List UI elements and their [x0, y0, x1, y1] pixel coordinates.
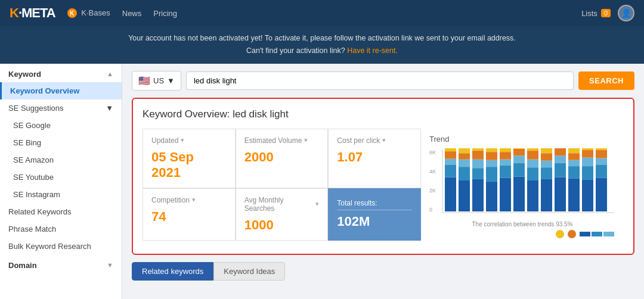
metric-competition-label: Competition ▾	[151, 196, 227, 204]
svg-rect-47	[555, 163, 566, 177]
search-button[interactable]: SEARCH	[578, 71, 634, 90]
sidebar-item-related-keywords[interactable]: Related Keywords	[0, 203, 122, 220]
svg-rect-23	[486, 160, 497, 166]
metric-updated-value: 05 Sep 2021	[151, 150, 227, 180]
svg-rect-22	[486, 167, 497, 182]
svg-rect-36	[527, 180, 538, 211]
trend-legend	[429, 230, 615, 238]
nav-links: K K·Bases News Pricing	[67, 8, 177, 18]
svg-text:4K: 4K	[429, 169, 436, 175]
svg-rect-21	[486, 182, 497, 211]
user-avatar[interactable]: 👤	[618, 5, 634, 21]
svg-rect-31	[513, 176, 525, 211]
svg-rect-52	[568, 166, 580, 179]
search-bar: 🇺🇸 US ▼ SEARCH	[132, 71, 634, 91]
svg-rect-37	[527, 167, 538, 180]
svg-rect-15	[459, 148, 470, 153]
metric-competition: Competition ▾ 74	[143, 188, 236, 241]
svg-rect-8	[445, 158, 456, 164]
info-icon-volume: ▾	[304, 136, 308, 144]
chevron-down-icon-country: ▼	[167, 76, 175, 85]
country-select[interactable]: 🇺🇸 US ▼	[132, 71, 181, 91]
sidebar-item-se-bing[interactable]: SE Bing	[0, 134, 122, 151]
domain-section-header: Domain ▼	[0, 255, 122, 273]
nav-news[interactable]: News	[122, 9, 142, 18]
total-results-label: Total results:	[337, 199, 412, 210]
svg-rect-41	[541, 179, 552, 211]
svg-rect-59	[582, 150, 593, 157]
metric-monthly-value: 1000	[244, 217, 320, 233]
total-results-cell: Total results: 102M	[328, 188, 421, 241]
sidebar-item-se-suggestions[interactable]: SE Suggestions ▼	[0, 99, 122, 117]
svg-rect-46	[555, 177, 566, 211]
sidebar: Keyword ▲ Keyword Overview SE Suggestion…	[0, 64, 122, 300]
metrics-left: Updated ▾ 05 Sep 2021 Estimated Volume ▾…	[143, 129, 421, 244]
sidebar-item-se-google[interactable]: SE Google	[0, 117, 122, 134]
svg-rect-17	[472, 168, 484, 179]
activation-line2: Can't find your activation link? Have it…	[10, 45, 634, 57]
svg-rect-43	[541, 160, 552, 167]
svg-rect-67	[592, 232, 602, 236]
svg-rect-51	[568, 178, 580, 211]
svg-rect-26	[500, 177, 511, 211]
overview-body: Updated ▾ 05 Sep 2021 Estimated Volume ▾…	[143, 129, 624, 244]
svg-text:0: 0	[429, 207, 432, 213]
svg-rect-62	[596, 165, 607, 178]
sidebar-item-keyword-overview[interactable]: Keyword Overview	[0, 82, 122, 99]
tab-keyword-ideas[interactable]: Keyword Ideas	[213, 262, 285, 281]
chevron-down-icon: ▼	[106, 104, 113, 113]
svg-rect-29	[500, 152, 511, 159]
svg-rect-55	[568, 148, 580, 153]
metric-volume: Estimated Volume ▾ 2000	[236, 129, 329, 188]
nav-pricing[interactable]: Pricing	[153, 9, 177, 18]
metric-cpc-label: Cost per click ▾	[337, 136, 412, 145]
metric-updated: Updated ▾ 05 Sep 2021	[143, 129, 236, 188]
metrics-row-1: Updated ▾ 05 Sep 2021 Estimated Volume ▾…	[143, 129, 421, 188]
svg-rect-57	[582, 166, 593, 180]
chart-note: The correlation between trends 93.5%	[429, 221, 615, 228]
legend-yellow	[556, 230, 564, 238]
sidebar-item-phrase-match[interactable]: Phrase Match	[0, 220, 122, 238]
lists-count: 0	[601, 9, 611, 17]
svg-rect-12	[459, 167, 470, 180]
sidebar-item-se-instagram[interactable]: SE Instagram	[0, 186, 122, 203]
metric-competition-value: 74	[151, 209, 227, 225]
svg-rect-20	[472, 148, 484, 151]
info-icon-cpc: ▾	[382, 136, 386, 144]
flag-icon: 🇺🇸	[138, 75, 150, 86]
svg-rect-25	[486, 148, 497, 152]
nav-bases[interactable]: K K·Bases	[67, 8, 110, 18]
sidebar-item-bulk-keyword[interactable]: Bulk Keyword Research	[0, 238, 122, 255]
lists-button[interactable]: Lists 0	[581, 9, 611, 18]
svg-rect-16	[472, 179, 484, 211]
svg-rect-34	[513, 148, 525, 155]
svg-rect-45	[541, 148, 552, 153]
svg-rect-63	[596, 158, 607, 164]
sidebar-item-se-amazon[interactable]: SE Amazon	[0, 151, 122, 169]
svg-rect-66	[580, 232, 590, 236]
svg-rect-14	[459, 153, 470, 159]
trend-area: Trend 6K 4K 2K 0	[421, 129, 624, 244]
resend-link[interactable]: Have it re-sent.	[347, 46, 398, 55]
metric-cpc-value: 1.07	[337, 150, 412, 165]
metric-monthly-searches: Avg Monthly Searches ▾ 1000	[236, 188, 329, 241]
search-input[interactable]	[186, 71, 574, 90]
metric-cpc: Cost per click ▾ 1.07	[328, 129, 421, 188]
chevron-up-icon: ▲	[107, 70, 113, 77]
tab-related-keywords[interactable]: Related keywords	[132, 262, 213, 281]
svg-rect-60	[582, 148, 593, 150]
k-badge: K	[67, 8, 77, 18]
svg-rect-48	[555, 155, 566, 163]
svg-rect-7	[445, 165, 456, 177]
svg-rect-9	[445, 151, 456, 158]
sidebar-item-se-youtube[interactable]: SE Youtube	[0, 169, 122, 186]
svg-rect-11	[459, 180, 470, 211]
metric-volume-value: 2000	[244, 150, 320, 165]
overview-title: Keyword Overview: led disk light	[143, 108, 624, 120]
metric-updated-label: Updated ▾	[151, 136, 227, 145]
svg-rect-58	[582, 157, 593, 166]
logo[interactable]: K·META	[10, 5, 55, 21]
svg-rect-49	[555, 148, 566, 155]
svg-rect-24	[486, 152, 497, 160]
svg-rect-32	[513, 163, 525, 176]
